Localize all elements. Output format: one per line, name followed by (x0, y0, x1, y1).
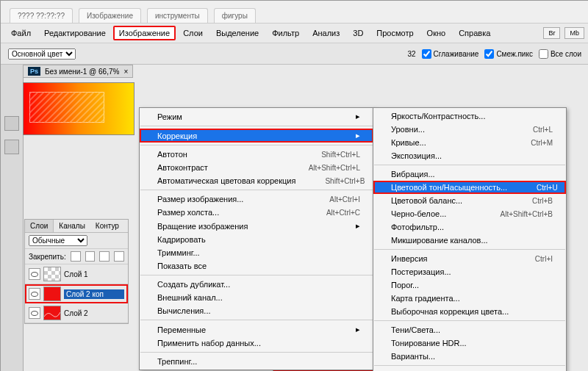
chevron-right-icon: ▸ (356, 325, 360, 334)
panel-tab-channels[interactable]: Каналы (54, 220, 90, 232)
menu-select[interactable]: Выделение (210, 26, 265, 40)
workspace: Ps Без имени-1 @ 66,7% × Слои Каналы Кон… (1, 65, 588, 371)
menu-image[interactable]: Изображение (113, 26, 176, 40)
bridge-button[interactable]: Br (543, 27, 560, 39)
layer-name: Слой 2 коп (64, 289, 124, 299)
menu-edit[interactable]: Редактирование (38, 26, 112, 40)
layer-row[interactable]: Слой 1 (25, 264, 128, 284)
lock-pixels-icon[interactable] (85, 251, 96, 262)
menubar: Файл Редактирование Изображение Слои Выд… (1, 24, 588, 43)
menu-item-apply-image[interactable]: Внешний канал... (140, 291, 373, 304)
lock-all-icon[interactable] (114, 251, 124, 262)
document-tab[interactable]: Ps Без имени-1 @ 66,7% × (23, 65, 133, 78)
tolerance-value: 32 (407, 50, 415, 58)
menu-item-invert[interactable]: ИнверсияCtrl+I (373, 252, 566, 265)
layer-name: Слой 1 (64, 270, 124, 278)
window-tab[interactable]: фигуры (214, 8, 256, 23)
menu-item-variables[interactable]: Переменные▸ (140, 323, 373, 336)
menu-item-threshold[interactable]: Порог... (373, 278, 566, 292)
panel-tab-layers[interactable]: Слои (25, 220, 54, 232)
menu-item-duplicate[interactable]: Создать дубликат... (140, 278, 373, 291)
menu-item-canvas-size[interactable]: Размер холста...Alt+Ctrl+C (140, 206, 373, 219)
window-tabbar: ???? ??:??:?? Изображение инструменты фи… (1, 1, 588, 24)
lock-label: Закрепить: (29, 253, 66, 261)
menu-item-levels[interactable]: Уровни...Ctrl+L (373, 123, 566, 136)
menu-item-color-balance[interactable]: Цветовой баланс...Ctrl+B (373, 194, 566, 207)
menu-file[interactable]: Файл (5, 26, 37, 40)
menu-layer[interactable]: Слои (177, 26, 209, 40)
layers-panel: Слои Каналы Контур Обычные Закрепить: Сл… (24, 219, 129, 324)
tool-icon[interactable] (4, 116, 19, 131)
menu-item-autotone[interactable]: АвтотонShift+Ctrl+L (140, 148, 373, 161)
ps-icon: Ps (28, 67, 40, 76)
menu-window[interactable]: Окно (421, 26, 452, 40)
toolbox (1, 65, 24, 371)
all-layers-checkbox[interactable]: Все слои (539, 49, 581, 59)
menu-item-calculations[interactable]: Вычисления... (140, 304, 373, 317)
layer-row-selected[interactable]: Слой 2 коп (25, 284, 128, 303)
menu-item-autocontrast[interactable]: АвтоконтрастAlt+Shift+Ctrl+L (140, 161, 373, 174)
menu-item-image-size[interactable]: Размер изображения...Alt+Ctrl+I (140, 192, 373, 206)
close-icon[interactable]: × (123, 68, 128, 76)
menu-3d[interactable]: 3D (347, 26, 369, 40)
layer-thumbnail (43, 306, 61, 320)
layer-thumbnail (43, 287, 61, 301)
menu-item-gradient-map[interactable]: Карта градиента... (373, 292, 566, 305)
layer-thumbnail (43, 267, 61, 281)
adjustments-submenu: Яркость/Контрастность... Уровни...Ctrl+L… (373, 107, 567, 371)
tool-icon[interactable] (4, 140, 19, 154)
menu-item-crop[interactable]: Кадрировать (140, 233, 373, 246)
lock-row: Закрепить: (25, 249, 128, 264)
menu-item-reveal-all[interactable]: Показать все (140, 259, 373, 273)
color-mode-select[interactable]: Основной цвет (8, 48, 76, 60)
menu-item-variations[interactable]: Варианты... (373, 350, 566, 363)
menu-item-rotate[interactable]: Вращение изображения▸ (140, 219, 373, 233)
options-bar: Основной цвет 32 Сглаживание Смеж.пикс В… (1, 43, 588, 65)
layer-name: Слой 2 (64, 309, 124, 317)
menu-item-brightness[interactable]: Яркость/Контрастность... (373, 109, 566, 123)
visibility-icon[interactable] (29, 288, 40, 300)
blend-mode-select[interactable]: Обычные (29, 235, 87, 246)
document-canvas[interactable] (23, 82, 135, 135)
menu-help[interactable]: Справка (453, 26, 496, 40)
menu-item-shadows-highlights[interactable]: Тени/Света... (373, 323, 566, 336)
menu-item-desaturate[interactable]: ОбесцветитьShift+Ctrl+U (373, 368, 566, 371)
layer-row[interactable]: Слой 2 (25, 303, 128, 323)
menu-view[interactable]: Просмотр (370, 26, 419, 40)
menu-item-trap[interactable]: Треппинг... (140, 355, 373, 368)
document-title: Без имени-1 @ 66,7% (45, 68, 119, 76)
menu-item-curves[interactable]: Кривые...Ctrl+M (373, 136, 566, 149)
menu-item-black-white[interactable]: Черно-белое...Alt+Shift+Ctrl+B (373, 207, 566, 220)
menu-item-channel-mixer[interactable]: Микширование каналов... (373, 234, 566, 247)
menu-item-trim[interactable]: Тримминг... (140, 246, 373, 259)
menu-item-exposure[interactable]: Экспозиция... (373, 149, 566, 162)
menu-analysis[interactable]: Анализ (306, 26, 345, 40)
menu-item-mode[interactable]: Режим▸ (140, 109, 373, 123)
window-tab[interactable]: инструменты (147, 8, 208, 23)
menu-item-posterize[interactable]: Постеризация... (373, 265, 566, 278)
chevron-right-icon: ▸ (356, 131, 360, 140)
menu-item-hdr-toning[interactable]: Тонирование HDR... (373, 336, 566, 350)
lock-transparency-icon[interactable] (71, 251, 81, 262)
minibridge-button[interactable]: Mb (564, 27, 584, 39)
menu-item-autocolor[interactable]: Автоматическая цветовая коррекцияShift+C… (140, 174, 373, 187)
chevron-right-icon: ▸ (356, 112, 360, 121)
visibility-icon[interactable] (29, 307, 40, 319)
menu-filter[interactable]: Фильтр (266, 26, 305, 40)
visibility-icon[interactable] (29, 268, 40, 280)
window-tab[interactable]: Изображение (79, 8, 141, 23)
menu-item-photo-filter[interactable]: Фотофильтр... (373, 220, 566, 234)
menu-item-selective-color[interactable]: Выборочная коррекция цвета... (373, 305, 566, 318)
contiguous-checkbox[interactable]: Смеж.пикс (484, 49, 533, 59)
lock-position-icon[interactable] (99, 251, 110, 262)
chevron-right-icon: ▸ (356, 221, 360, 231)
image-menu-dropdown: Режим▸ Коррекция▸ АвтотонShift+Ctrl+L Ав… (139, 107, 374, 370)
menu-item-vibrance[interactable]: Вибрация... (373, 168, 566, 181)
menu-item-hue-saturation[interactable]: Цветовой тон/Насыщенность...Ctrl+U (373, 181, 566, 194)
menu-item-adjustments[interactable]: Коррекция▸ (140, 129, 373, 143)
antialias-checkbox[interactable]: Сглаживание (422, 49, 479, 59)
window-tab[interactable]: ???? ??:??:?? (10, 8, 73, 23)
menu-item-apply-dataset[interactable]: Применить набор данных... (140, 336, 373, 350)
panel-tab-paths[interactable]: Контур (90, 220, 124, 232)
app-window: ???? ??:??:?? Изображение инструменты фи… (0, 0, 588, 371)
